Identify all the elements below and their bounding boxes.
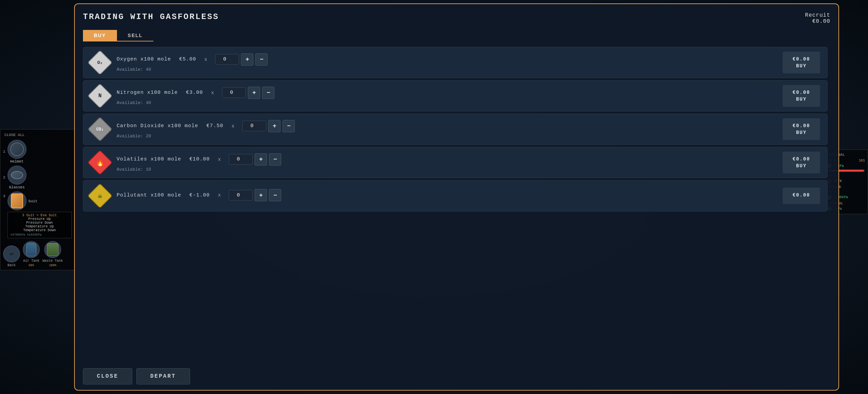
volatiles-x: x [218, 157, 221, 162]
pressure-up-action[interactable]: Pressure Up [11, 217, 69, 221]
co2-quantity-input[interactable] [242, 121, 266, 131]
volatiles-details: Volatiles x100 mole €10.00 x + − Availab… [117, 153, 776, 172]
air-tank-item: Air Tank 58% [23, 241, 40, 267]
glasses-icon [7, 166, 27, 185]
nitrogen-increment-button[interactable]: + [248, 87, 260, 99]
volatiles-buy-button[interactable]: €0.00 BUY [783, 152, 820, 173]
back-button[interactable]: ↩ Back [3, 245, 20, 267]
trade-item-volatiles: 🔥 Volatiles x100 mole €10.00 x + − Avail… [83, 147, 828, 178]
trade-item-pollutant: ☠ Pollutant x100 mole €-1.00 x + − [83, 180, 828, 211]
trade-item-nitrogen: N Nitrogen x100 mole €3.00 x + − Availab… [83, 80, 828, 112]
back-icon: ↩ [3, 245, 20, 262]
pollutant-icon-text: ☠ [98, 192, 102, 200]
pollutant-increment-button[interactable]: + [255, 189, 267, 201]
waste-tank-icon [44, 241, 61, 258]
pollutant-icon-box: ☠ [89, 185, 111, 207]
trading-dialog: TRADING WITH GASFORLESS Recruit €0.00 BU… [74, 3, 839, 391]
temperature-down-action[interactable]: Temperature Down [11, 228, 69, 232]
nitrogen-name-row: Nitrogen x100 mole €3.00 x + − [117, 87, 776, 99]
dialog-header: TRADING WITH GASFORLESS Recruit €0.00 [83, 12, 830, 24]
temperature-up-action[interactable]: Temperature Up [11, 225, 69, 228]
co2-x: x [232, 123, 234, 129]
tabs-row: BUY SELL [83, 30, 153, 41]
sidebar-slot-1: 1 Helmet [3, 140, 72, 164]
co2-buy-section: €0.00 BUY [781, 118, 822, 140]
oxygen-icon-text: O₂ [97, 60, 103, 65]
pollutant-name: Pollutant x100 mole [117, 192, 181, 198]
helmet-icon [7, 140, 27, 159]
tab-buy[interactable]: BUY [83, 30, 117, 41]
nitrogen-buy-section: €0.00 BUY [781, 85, 822, 107]
close-all-button[interactable]: Close All [3, 132, 72, 138]
co2-buy-button[interactable]: €0.00 BUY [783, 118, 820, 140]
nitrogen-icon-box: N [89, 85, 111, 107]
co2-decrement-button[interactable]: − [283, 120, 295, 132]
volatiles-buy-section: €0.00 BUY [781, 152, 822, 173]
oxygen-available: Available: 40 [117, 67, 776, 72]
pollutant-decrement-button[interactable]: − [269, 189, 281, 201]
co2-icon-text: CO₂ [96, 127, 104, 132]
oxygen-x: x [204, 57, 207, 62]
co2-increment-button[interactable]: + [268, 120, 280, 132]
air-tank-label: Air Tank [23, 259, 39, 263]
close-button[interactable]: CLOSE [83, 368, 132, 384]
oxygen-name: Oxygen x100 mole [117, 56, 171, 62]
volatiles-available: Available: 10 [117, 167, 776, 172]
suit-icon [7, 191, 27, 210]
dialog-title: TRADING WITH GASFORLESS [83, 12, 219, 21]
co2-quantity-controls: + − [242, 120, 295, 132]
slot-number-2: 2 [3, 175, 5, 179]
volatiles-quantity-input[interactable] [229, 154, 253, 165]
slot-number-1: 1 [3, 150, 5, 154]
waste-tank-stat: 100% [49, 264, 56, 267]
bottom-items-row: ↩ Back Air Tank 58% Waste Tank 100% [3, 241, 72, 267]
oxygen-quantity-controls: + − [215, 53, 268, 66]
trade-item-co2: CO₂ Carbon Dioxide x100 mole €7.50 x + −… [83, 114, 828, 145]
player-rank: Recruit [805, 12, 830, 18]
pressure-down-action[interactable]: Pressure Down [11, 221, 69, 225]
slot-number-3: 3 [3, 194, 5, 198]
co2-available: Available: 20 [117, 134, 776, 139]
pollutant-buy-button[interactable]: €0.00 [783, 188, 820, 204]
suit-stats: ≡3786kPa ≡1029kPa [11, 233, 69, 237]
items-list: O₂ Oxygen x100 mole €5.00 x + − Availabl… [83, 47, 830, 361]
co2-name-row: Carbon Dioxide x100 mole €7.50 x + − [117, 120, 776, 132]
nitrogen-buy-button[interactable]: €0.00 BUY [783, 85, 820, 107]
sidebar-slot-2: 2 Glasses [3, 166, 72, 189]
air-tank-icon [23, 241, 40, 258]
nitrogen-icon-text: N [98, 93, 102, 99]
nitrogen-name: Nitrogen x100 mole [117, 90, 178, 96]
volatiles-icon-box: 🔥 [89, 151, 111, 174]
co2-details: Carbon Dioxide x100 mole €7.50 x + − Ava… [117, 120, 776, 139]
suit-info: 3 Suit > Eva Suit Pressure Up Pressure D… [7, 212, 72, 238]
depart-button[interactable]: DEPART [136, 368, 190, 384]
volatiles-decrement-button[interactable]: − [269, 153, 281, 166]
pollutant-x: x [218, 192, 221, 198]
air-tank-stat: 58% [29, 264, 34, 267]
oxygen-decrement-button[interactable]: − [255, 53, 268, 66]
nitrogen-decrement-button[interactable]: − [262, 87, 274, 99]
player-info: Recruit €0.00 [805, 12, 830, 24]
co2-name: Carbon Dioxide x100 mole [117, 123, 198, 129]
co2-price: €7.50 [206, 123, 223, 129]
waste-tank-label: Waste Tank [42, 259, 63, 263]
trade-item-oxygen: O₂ Oxygen x100 mole €5.00 x + − Availabl… [83, 47, 828, 78]
oxygen-increment-button[interactable]: + [241, 53, 253, 66]
oxygen-details: Oxygen x100 mole €5.00 x + − Available: … [117, 53, 776, 72]
volatiles-increment-button[interactable]: + [255, 153, 267, 166]
pollutant-quantity-input[interactable] [229, 190, 253, 201]
volatiles-quantity-controls: + − [229, 153, 281, 166]
nitrogen-quantity-input[interactable] [222, 87, 246, 98]
dialog-footer: CLOSE DEPART [83, 365, 830, 384]
pollutant-name-row: Pollutant x100 mole €-1.00 x + − [117, 189, 776, 201]
oxygen-buy-button[interactable]: €0.00 BUY [783, 52, 820, 73]
oxygen-icon-box: O₂ [89, 51, 111, 74]
oxygen-price: €5.00 [179, 56, 196, 62]
volatiles-name-row: Volatiles x100 mole €10.00 x + − [117, 153, 776, 166]
tab-sell[interactable]: SELL [117, 30, 154, 41]
nitrogen-available: Available: 40 [117, 100, 776, 105]
volatiles-price: €10.00 [189, 156, 210, 162]
player-money: €0.00 [805, 18, 830, 24]
oxygen-quantity-input[interactable] [215, 54, 239, 65]
suit-title: 3 Suit > Eva Suit [11, 213, 69, 217]
